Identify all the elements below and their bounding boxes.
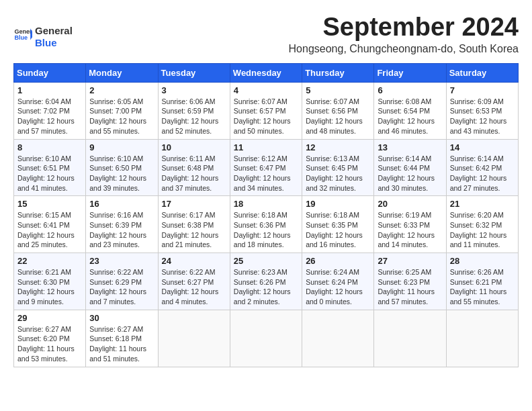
day-number: 14 [450,142,515,152]
logo-area: General Blue General Blue [13,25,73,48]
calendar-cell: 27Sunrise: 6:25 AMSunset: 6:23 PMDayligh… [374,253,446,310]
calendar-cell: 9Sunrise: 6:10 AMSunset: 6:50 PMDaylight… [86,139,158,196]
day-info: Sunrise: 6:16 AMSunset: 6:39 PMDaylight:… [89,210,154,250]
day-number: 28 [450,256,515,266]
day-number: 15 [17,199,82,209]
calendar-cell: 30Sunrise: 6:27 AMSunset: 6:18 PMDayligh… [86,310,158,367]
day-info: Sunrise: 6:27 AMSunset: 6:20 PMDaylight:… [17,324,82,364]
day-info: Sunrise: 6:23 AMSunset: 6:26 PMDaylight:… [234,267,298,307]
calendar-cell: 26Sunrise: 6:24 AMSunset: 6:24 PMDayligh… [302,253,374,310]
calendar-week-5: 29Sunrise: 6:27 AMSunset: 6:20 PMDayligh… [14,310,519,367]
day-info: Sunrise: 6:14 AMSunset: 6:44 PMDaylight:… [378,154,442,193]
day-number: 16 [89,199,154,209]
day-number: 23 [89,256,154,266]
day-info: Sunrise: 6:12 AMSunset: 6:47 PMDaylight:… [234,154,298,193]
calendar-cell: 11Sunrise: 6:12 AMSunset: 6:47 PMDayligh… [230,139,302,196]
day-number: 1 [17,85,82,95]
day-number: 18 [234,199,298,209]
calendar-cell: 7Sunrise: 6:09 AMSunset: 6:53 PMDaylight… [446,82,518,139]
calendar-week-3: 15Sunrise: 6:15 AMSunset: 6:41 PMDayligh… [14,196,519,253]
day-info: Sunrise: 6:22 AMSunset: 6:29 PMDaylight:… [89,267,154,307]
calendar-cell: 12Sunrise: 6:13 AMSunset: 6:45 PMDayligh… [302,139,374,196]
day-number: 13 [378,142,442,152]
calendar-cell: 16Sunrise: 6:16 AMSunset: 6:39 PMDayligh… [86,196,158,253]
day-number: 22 [17,256,82,266]
day-info: Sunrise: 6:27 AMSunset: 6:18 PMDaylight:… [89,324,154,364]
svg-text:Blue: Blue [14,35,28,42]
day-number: 29 [17,313,82,323]
day-number: 27 [378,256,442,266]
calendar-cell: 25Sunrise: 6:23 AMSunset: 6:26 PMDayligh… [230,253,302,310]
calendar-cell: 10Sunrise: 6:11 AMSunset: 6:48 PMDayligh… [158,139,230,196]
day-info: Sunrise: 6:15 AMSunset: 6:41 PMDaylight:… [17,210,82,250]
weekday-header-thursday: Thursday [302,63,374,82]
day-number: 5 [306,85,370,95]
calendar-cell: 21Sunrise: 6:20 AMSunset: 6:32 PMDayligh… [446,196,518,253]
calendar-cell: 18Sunrise: 6:18 AMSunset: 6:36 PMDayligh… [230,196,302,253]
day-number: 7 [450,85,515,95]
calendar-cell: 4Sunrise: 6:07 AMSunset: 6:57 PMDaylight… [230,82,302,139]
logo-text-line1: General [35,25,73,36]
calendar-cell: 20Sunrise: 6:19 AMSunset: 6:33 PMDayligh… [374,196,446,253]
day-number: 20 [378,199,442,209]
day-info: Sunrise: 6:04 AMSunset: 7:02 PMDaylight:… [17,97,82,136]
day-info: Sunrise: 6:21 AMSunset: 6:30 PMDaylight:… [17,267,82,307]
calendar-cell [446,310,518,367]
calendar-week-2: 8Sunrise: 6:10 AMSunset: 6:51 PMDaylight… [14,139,519,196]
calendar-cell: 1Sunrise: 6:04 AMSunset: 7:02 PMDaylight… [14,82,86,139]
weekday-header-sunday: Sunday [14,63,86,82]
calendar-table: SundayMondayTuesdayWednesdayThursdayFrid… [13,63,519,367]
day-info: Sunrise: 6:11 AMSunset: 6:48 PMDaylight:… [162,154,226,193]
calendar-cell: 19Sunrise: 6:18 AMSunset: 6:35 PMDayligh… [302,196,374,253]
day-number: 10 [162,142,226,152]
day-number: 12 [306,142,370,152]
day-info: Sunrise: 6:07 AMSunset: 6:56 PMDaylight:… [306,97,370,136]
calendar-cell: 28Sunrise: 6:26 AMSunset: 6:21 PMDayligh… [446,253,518,310]
day-number: 6 [378,85,442,95]
calendar-cell [374,310,446,367]
calendar-cell: 15Sunrise: 6:15 AMSunset: 6:41 PMDayligh… [14,196,86,253]
calendar-cell: 22Sunrise: 6:21 AMSunset: 6:30 PMDayligh… [14,253,86,310]
svg-text:General: General [14,28,32,35]
title-section: September 2024 Hongseong, Chungcheongnam… [73,13,519,55]
day-info: Sunrise: 6:26 AMSunset: 6:21 PMDaylight:… [450,267,515,307]
day-info: Sunrise: 6:06 AMSunset: 6:59 PMDaylight:… [162,97,226,136]
day-info: Sunrise: 6:25 AMSunset: 6:23 PMDaylight:… [378,267,442,307]
day-info: Sunrise: 6:08 AMSunset: 6:54 PMDaylight:… [378,97,442,136]
day-info: Sunrise: 6:19 AMSunset: 6:33 PMDaylight:… [378,210,442,250]
logo-text-line2: Blue [35,37,73,48]
day-info: Sunrise: 6:05 AMSunset: 7:00 PMDaylight:… [89,97,154,136]
calendar-cell: 5Sunrise: 6:07 AMSunset: 6:56 PMDaylight… [302,82,374,139]
day-number: 4 [234,85,298,95]
page-header: General Blue General Blue September 2024… [13,13,519,55]
day-info: Sunrise: 6:22 AMSunset: 6:27 PMDaylight:… [162,267,226,307]
day-number: 19 [306,199,370,209]
weekday-header-tuesday: Tuesday [158,63,230,82]
location-title: Hongseong, Chungcheongnam-do, South Kore… [73,43,519,55]
day-number: 3 [162,85,226,95]
day-number: 21 [450,199,515,209]
weekday-header-saturday: Saturday [446,63,518,82]
day-number: 30 [89,313,154,323]
calendar-cell: 14Sunrise: 6:14 AMSunset: 6:42 PMDayligh… [446,139,518,196]
day-info: Sunrise: 6:18 AMSunset: 6:36 PMDaylight:… [234,210,298,250]
day-number: 8 [17,142,82,152]
day-number: 17 [162,199,226,209]
calendar-cell: 29Sunrise: 6:27 AMSunset: 6:20 PMDayligh… [14,310,86,367]
day-number: 26 [306,256,370,266]
calendar-cell [158,310,230,367]
weekday-header-friday: Friday [374,63,446,82]
month-title: September 2024 [73,13,519,42]
day-info: Sunrise: 6:13 AMSunset: 6:45 PMDaylight:… [306,154,370,193]
day-number: 9 [89,142,154,152]
day-info: Sunrise: 6:18 AMSunset: 6:35 PMDaylight:… [306,210,370,250]
calendar-cell [302,310,374,367]
calendar-cell: 8Sunrise: 6:10 AMSunset: 6:51 PMDaylight… [14,139,86,196]
day-info: Sunrise: 6:10 AMSunset: 6:51 PMDaylight:… [17,154,82,193]
calendar-week-4: 22Sunrise: 6:21 AMSunset: 6:30 PMDayligh… [14,253,519,310]
day-info: Sunrise: 6:14 AMSunset: 6:42 PMDaylight:… [450,154,515,193]
day-number: 2 [89,85,154,95]
calendar-cell: 17Sunrise: 6:17 AMSunset: 6:38 PMDayligh… [158,196,230,253]
day-info: Sunrise: 6:10 AMSunset: 6:50 PMDaylight:… [89,154,154,193]
weekday-header-row: SundayMondayTuesdayWednesdayThursdayFrid… [14,63,519,82]
